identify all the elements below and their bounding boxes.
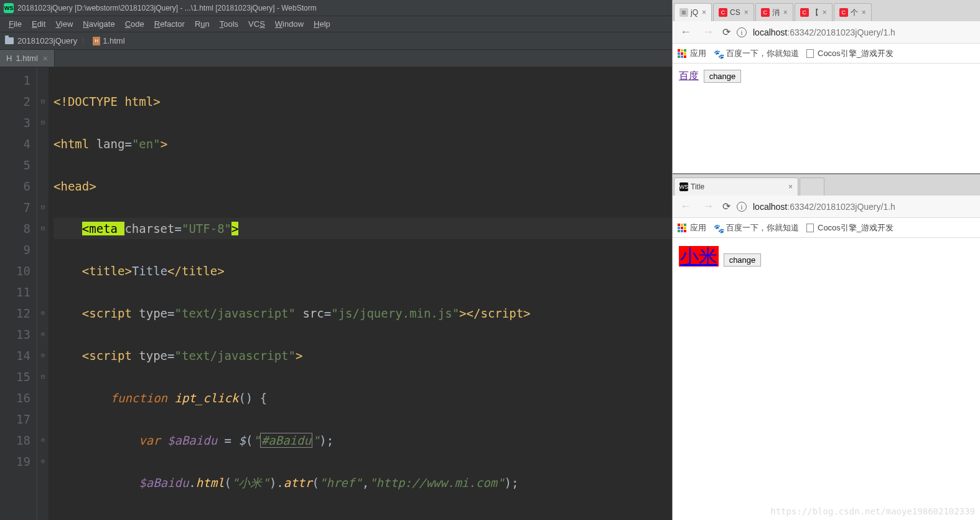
menu-navigate[interactable]: Navigate xyxy=(78,19,119,29)
menu-file[interactable]: File xyxy=(4,19,27,29)
browser-tab[interactable]: C消× xyxy=(755,3,793,21)
browser-tabs: 🗎jQ× CCS× C消× C【× C个× xyxy=(673,0,980,21)
bookmark-baidu[interactable]: 🐾百度一下，你就知道 xyxy=(714,222,799,234)
bookmark-cocos[interactable]: Cocos引擎_游戏开发 xyxy=(806,222,894,234)
browser-tab[interactable]: C【× xyxy=(795,3,833,21)
editor-tabs: H 1.html × xyxy=(0,50,672,67)
apps-button[interactable]: 应用 xyxy=(678,222,706,234)
fold-gutter: ⊟⊟⊟⊟⊖⊖⊖⊟⊖⊖ xyxy=(37,67,49,520)
code-editor[interactable]: 12345678910111213141516171819 ⊟⊟⊟⊟⊖⊖⊖⊟⊖⊖… xyxy=(0,67,672,520)
favicon-icon: C xyxy=(719,8,727,17)
line-gutter: 12345678910111213141516171819 xyxy=(0,67,37,520)
change-button[interactable]: change xyxy=(704,70,742,83)
address-bar: ← → ⟳ i localhost:63342/20181023jQuery/1… xyxy=(673,21,980,44)
menu-bar: File Edit View Navigate Code Refactor Ru… xyxy=(0,16,672,32)
browser-tab[interactable]: WSTitle× xyxy=(674,177,798,196)
page-icon xyxy=(806,49,814,58)
baidu-icon: 🐾 xyxy=(714,49,722,58)
baidu-icon: 🐾 xyxy=(714,224,722,232)
info-icon[interactable]: i xyxy=(737,27,747,37)
crumb-file[interactable]: 1.html xyxy=(103,36,124,45)
menu-tools[interactable]: Tools xyxy=(215,19,243,29)
close-icon[interactable]: × xyxy=(744,8,749,17)
bookmarks-bar: 应用 🐾百度一下，你就知道 Cocos引擎_游戏开发 xyxy=(673,218,980,238)
html-file-icon: H xyxy=(6,54,12,63)
menu-code[interactable]: Code xyxy=(120,19,149,29)
url-text[interactable]: localhost:63342/20181023jQuery/1.h xyxy=(753,202,895,212)
browser-tabs: WSTitle× xyxy=(673,174,980,196)
bookmarks-bar: 应用 🐾百度一下，你就知道 Cocos引擎_游戏开发 xyxy=(673,44,980,64)
code-area[interactable]: <!DOCTYPE html> <html lang="en"> <head> … xyxy=(49,67,672,520)
browser-window-1: 🗎jQ× CCS× C消× C【× C个× ← → ⟳ i localhost:… xyxy=(673,0,980,174)
back-button[interactable]: ← xyxy=(678,200,694,213)
browser-window-2: WSTitle× ← → ⟳ i localhost:63342/2018102… xyxy=(673,174,980,520)
favicon-icon: C xyxy=(761,8,770,17)
apps-button[interactable]: 应用 xyxy=(678,48,706,59)
page-icon: 🗎 xyxy=(679,8,688,17)
reload-button[interactable]: ⟳ xyxy=(722,201,730,212)
close-icon[interactable]: × xyxy=(862,8,866,17)
page-content-1: 百度 change xyxy=(673,64,980,173)
browser-tab[interactable]: 🗎jQ× xyxy=(674,3,712,21)
menu-run[interactable]: Run xyxy=(190,19,215,29)
menu-vcs[interactable]: VCS xyxy=(243,19,270,29)
ide-window: WS 20181023jQuery [D:\webstorm\20181023j… xyxy=(0,0,672,520)
new-tab[interactable] xyxy=(800,177,824,196)
menu-window[interactable]: Window xyxy=(270,19,309,29)
webstorm-icon: WS xyxy=(4,3,14,13)
crumb-project[interactable]: 20181023jQuery xyxy=(17,36,77,45)
menu-refactor[interactable]: Refactor xyxy=(149,19,190,29)
tab-label: 1.html xyxy=(16,54,37,63)
favicon-icon: C xyxy=(800,8,809,17)
html-file-icon: H xyxy=(93,37,100,45)
change-button[interactable]: change xyxy=(724,253,762,267)
menu-edit[interactable]: Edit xyxy=(27,19,50,29)
bookmark-baidu[interactable]: 🐾百度一下，你就知道 xyxy=(714,48,799,59)
browser-tab[interactable]: CCS× xyxy=(713,3,754,21)
url-text[interactable]: localhost:63342/20181023jQuery/1.h xyxy=(753,27,895,37)
window-title: 20181023jQuery [D:\webstorm\20181023jQue… xyxy=(17,4,317,12)
browser-tab[interactable]: C个× xyxy=(834,3,872,21)
menu-help[interactable]: Help xyxy=(309,19,335,29)
apps-icon xyxy=(678,49,686,58)
crumb-separator: 〉 xyxy=(81,35,89,47)
favicon-icon: C xyxy=(839,8,848,17)
menu-view[interactable]: View xyxy=(50,19,78,29)
address-bar: ← → ⟳ i localhost:63342/20181023jQuery/1… xyxy=(673,196,980,218)
editor-tab[interactable]: H 1.html × xyxy=(0,50,55,67)
folder-icon xyxy=(5,37,14,44)
reload-button[interactable]: ⟳ xyxy=(722,26,730,38)
back-button[interactable]: ← xyxy=(678,26,694,39)
xiaomi-link[interactable]: 小米 xyxy=(679,246,719,267)
watermark-text: https://blog.csdn.net/maoye198602102339 xyxy=(770,506,975,516)
close-icon[interactable]: × xyxy=(783,8,788,17)
bookmark-cocos[interactable]: Cocos引擎_游戏开发 xyxy=(806,48,894,59)
forward-button[interactable]: → xyxy=(700,200,716,213)
info-icon[interactable]: i xyxy=(737,202,747,212)
forward-button[interactable]: → xyxy=(700,26,716,39)
webstorm-icon: WS xyxy=(679,182,688,191)
baidu-link[interactable]: 百度 xyxy=(679,70,699,81)
title-bar: WS 20181023jQuery [D:\webstorm\20181023j… xyxy=(0,0,672,16)
breadcrumb: 20181023jQuery 〉 H 1.html xyxy=(0,32,672,50)
close-icon[interactable]: × xyxy=(788,182,793,191)
close-icon[interactable]: × xyxy=(702,8,706,17)
close-icon[interactable]: × xyxy=(823,8,827,17)
close-icon[interactable]: × xyxy=(43,54,48,64)
page-icon xyxy=(806,224,814,232)
page-content-2: 小米 change https://blog.csdn.net/maoye198… xyxy=(673,238,980,520)
apps-icon xyxy=(678,224,686,232)
browser-panel: 🗎jQ× CCS× C消× C【× C个× ← → ⟳ i localhost:… xyxy=(672,0,980,520)
